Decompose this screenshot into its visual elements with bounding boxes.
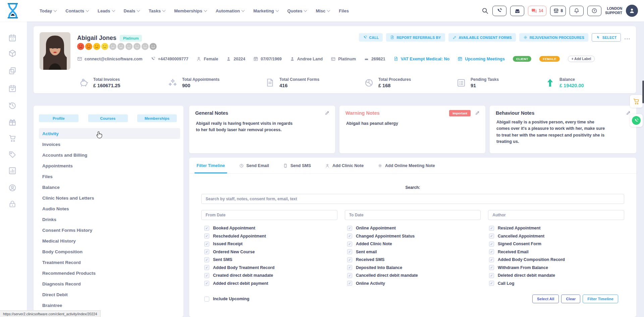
filter-row[interactable]: Cancelled Appointment (489, 233, 636, 239)
add-label-button[interactable]: + Add Label (568, 56, 595, 62)
edit-pencil-icon[interactable] (475, 110, 480, 115)
filter-row[interactable]: Added Body Treatment Record (204, 265, 347, 270)
calendar-check-icon[interactable] (8, 84, 17, 93)
filter-row[interactable]: Issued Receipt (204, 241, 347, 247)
filter-row[interactable]: Deleted direct debit mandate (489, 273, 636, 278)
sidebar-item-files[interactable]: Files (39, 171, 180, 182)
face-smile-icon[interactable] (133, 43, 141, 50)
nav-quotes[interactable]: Quotes (287, 8, 307, 13)
face-neutral-icon[interactable] (101, 43, 109, 50)
nav-misc[interactable]: Misc (316, 8, 330, 13)
checkbox[interactable] (489, 242, 494, 247)
sidebar-item-balance[interactable]: Balance (39, 182, 180, 193)
nav-today[interactable]: Today (40, 8, 56, 13)
sidebar-item-appointments[interactable]: Appointments (39, 160, 180, 171)
client-photo[interactable] (40, 32, 70, 70)
filter-row[interactable]: Sent SMS (204, 257, 347, 262)
filter-row[interactable]: Resized Appointment (489, 225, 636, 231)
sidebar-item-braintree[interactable]: Braintree (39, 300, 180, 311)
search-input[interactable] (201, 194, 624, 204)
face-sad-icon[interactable] (93, 43, 101, 50)
clear-button[interactable]: Clear (561, 295, 580, 303)
nav-files[interactable]: Files (339, 8, 349, 13)
sidebar-item-clinic-notes[interactable]: Clinic Notes and Letters (39, 193, 180, 203)
filter-row[interactable]: Booked Appointment (204, 225, 347, 231)
from-date-input[interactable] (201, 210, 337, 220)
checkbox[interactable] (347, 226, 352, 231)
nav-automation[interactable]: Automation (216, 8, 244, 13)
checkbox[interactable] (347, 265, 352, 270)
checkbox[interactable] (489, 265, 494, 270)
chat-button[interactable]: 14 (528, 6, 546, 16)
checkbox[interactable] (347, 281, 352, 286)
client-phone[interactable]: +447490009777 (151, 56, 189, 61)
filter-row[interactable]: Changed Appointment Status (347, 233, 489, 239)
tab-memberships[interactable]: Memberships (137, 114, 177, 122)
scrollbar-thumb[interactable] (642, 81, 644, 103)
label-client[interactable]: CLIENT (513, 56, 532, 62)
history-icon[interactable] (8, 101, 17, 110)
basket-widget-button[interactable] (630, 95, 643, 108)
nav-tasks[interactable]: Tasks (149, 8, 165, 13)
filter-row[interactable]: Withdrawn From Balance (489, 265, 636, 270)
filter-row[interactable]: Added Body Composition Record (489, 257, 636, 262)
more-actions-button[interactable]: ... (624, 35, 631, 40)
tab-filter-timeline[interactable]: Filter Timeline (197, 158, 225, 173)
face-smile-icon[interactable] (141, 43, 149, 50)
author-input[interactable] (488, 210, 624, 220)
filter-row[interactable]: Sent email (347, 249, 489, 255)
notifications-button[interactable] (570, 6, 584, 16)
nav-deals[interactable]: Deals (124, 8, 140, 13)
checkbox[interactable] (489, 273, 494, 278)
face-frown-icon[interactable] (85, 43, 93, 50)
sidebar-item-body-composition[interactable]: Body Composition (39, 246, 180, 257)
report-referrals-button[interactable]: REPORT REFERRALS BY (386, 33, 445, 42)
inbox-button[interactable] (510, 6, 524, 16)
checkbox[interactable] (204, 257, 209, 262)
checkbox[interactable] (489, 226, 494, 231)
store-button[interactable]: 8 (550, 6, 566, 16)
sidebar-item-invoices[interactable]: Invoices (39, 139, 180, 150)
checkbox[interactable] (347, 233, 352, 239)
tab-send-email[interactable]: Send Email (239, 158, 269, 173)
calendar-icon[interactable] (8, 34, 17, 42)
client-email[interactable]: connect@clinicsoftware.com (77, 56, 143, 61)
filter-timeline-button[interactable]: Filter Timeline (583, 295, 618, 303)
filter-row[interactable]: Received SMS (347, 257, 489, 262)
filter-row[interactable]: Added direct debit payment (204, 281, 347, 286)
checkbox[interactable] (347, 257, 352, 262)
available-consent-forms-button[interactable]: AVAILABLE CONSENT FORMS (448, 33, 516, 42)
checkbox[interactable] (347, 242, 352, 247)
face-happy-icon[interactable] (149, 43, 157, 50)
checkbox[interactable] (204, 242, 209, 247)
checkbox[interactable] (204, 226, 209, 231)
filter-row[interactable]: Rescheduled Appointment (204, 233, 347, 239)
filter-row[interactable]: Received Email (489, 249, 636, 255)
cart-icon[interactable] (8, 134, 17, 143)
filter-row[interactable]: Online Activity (347, 281, 489, 286)
checkbox[interactable] (204, 281, 209, 286)
filter-row[interactable]: Added Clinic Note (347, 241, 489, 247)
search-icon[interactable] (481, 7, 489, 14)
sidebar-item-accounts-billing[interactable]: Accounts and Billing (39, 150, 180, 160)
checkbox[interactable] (489, 233, 494, 239)
tab-courses[interactable]: Courses (88, 114, 128, 122)
help-button[interactable] (587, 6, 601, 16)
clinicsoftware-logo[interactable] (6, 3, 19, 18)
copy-layers-icon[interactable] (8, 66, 17, 75)
sidebar-item-direct-debit[interactable]: Direct Debit (39, 289, 180, 300)
nav-memberships[interactable]: Memberships (174, 8, 207, 13)
nav-marketing[interactable]: Marketing (253, 8, 278, 13)
sidebar-item-drinks[interactable]: Drinks (39, 214, 180, 225)
face-neutral-icon[interactable] (117, 43, 125, 50)
label-female[interactable]: FEMALE (539, 56, 559, 62)
nav-leads[interactable]: Leads (98, 8, 115, 13)
user-circle-icon[interactable] (8, 183, 17, 192)
face-neutral-icon[interactable] (109, 43, 117, 50)
filter-row[interactable]: Created direct debit manadate (204, 273, 347, 278)
upcoming-meetings-link[interactable]: Upcoming Meetings (458, 56, 505, 61)
checkbox[interactable] (489, 257, 494, 262)
filter-row[interactable]: Call Log (489, 281, 636, 286)
face-angry-icon[interactable] (77, 43, 85, 50)
sidebar-item-recommended-products[interactable]: Recommended Products (39, 268, 180, 278)
